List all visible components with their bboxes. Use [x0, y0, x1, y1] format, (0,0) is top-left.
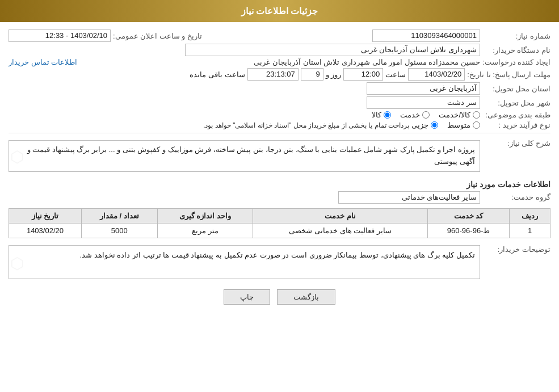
col-radif: ردیف: [510, 208, 550, 223]
radio-kala-khadamat[interactable]: کالا/خدمت: [439, 111, 480, 119]
shomara-niaz-label: شماره نیاز:: [482, 32, 550, 40]
row-gorooh: گروه خدمت: سایر فعالیت‌های خدماتی: [9, 191, 550, 204]
cell-date: 1403/02/20: [9, 223, 82, 238]
radio-kala-khadamat-input[interactable]: [473, 111, 480, 119]
content-area: شماره نیاز: 1103093464000001 تاریخ و ساع…: [0, 22, 559, 315]
mohlat-remaining-label: ساعت باقی مانده: [190, 70, 245, 79]
row-tabaqebandi: طبقه بندی موضوعی: کالا/خدمت خدمت کالا: [9, 111, 550, 119]
services-table: ردیف کد خدمت نام خدمت واحد اندازه گیری ت…: [9, 208, 550, 238]
col-date: تاریخ نیاز: [9, 208, 82, 223]
tosif-label: توضیحات خریدار:: [482, 243, 550, 254]
cell-quantity: 5000: [81, 223, 157, 238]
print-button[interactable]: چاپ: [224, 289, 270, 305]
mohlat-remaining: 23:13:07: [247, 68, 299, 81]
mohlat-saat: 12:00: [343, 68, 383, 81]
row-ostan: استان محل تحویل: آذربایجان غربی: [9, 82, 550, 95]
watermark2: ⬡: [10, 250, 24, 277]
mohlat-rooz: 9: [301, 68, 323, 81]
radio-kala[interactable]: کالا: [372, 111, 391, 119]
row-shahr: شهر محل تحویل: سر دشت: [9, 96, 550, 109]
table-row: 1 ط-96-96-960 سایر فعالیت های خدماتی شخص…: [9, 223, 550, 238]
shomara-niaz-value: 1103093464000001: [372, 29, 480, 42]
button-row: بازگشت چاپ: [9, 289, 550, 305]
nooe-farayand-label: نوع فرآیند خرید :: [482, 121, 550, 129]
row-sharh: شرح کلی نیاز: پروژه اجرا و تکمیل پارک شه…: [9, 137, 550, 175]
ostan-value: آذربایجان غربی: [367, 82, 480, 95]
row-tosif: توضیحات خریدار: تکمیل کلیه برگ های پیشنه…: [9, 243, 550, 281]
mohlat-saat-label: ساعت: [385, 70, 406, 79]
radio-khadamat-input[interactable]: [422, 111, 430, 119]
ijad-konande-value: حسین محمدزاده مسئول امور مالی شهرداری تل…: [79, 58, 480, 66]
gorooh-value: سایر فعالیت‌های خدماتی: [338, 191, 480, 204]
tabaqebandi-radio-group: کالا/خدمت خدمت کالا: [372, 111, 480, 119]
nooe-farayand-desc: پرداخت تمام یا بخشی از مبلغ خریداز محل "…: [203, 121, 409, 129]
radio-khadamat[interactable]: خدمت: [400, 111, 430, 119]
sharh-value: پروژه اجرا و تکمیل پارک شهر شامل عملیات …: [27, 145, 475, 166]
ettelaat-link[interactable]: اطلاعات تماس خریدار: [9, 58, 77, 66]
watermark: ⬡: [10, 145, 24, 170]
nam-dastgah-value: شهرداری تلاش استان آذربایجان غربی: [185, 44, 480, 56]
radio-kala-khadamat-label: کالا/خدمت: [439, 111, 470, 119]
page-title: جزئیات اطلاعات نیاز: [241, 6, 318, 16]
radio-kala-input[interactable]: [384, 111, 391, 119]
nooe-farayand-radio-group: متوسط جزیی: [411, 121, 480, 129]
cell-unit: متر مربع: [157, 223, 253, 238]
row-ijad-konande: ایجاد کننده درخواست: حسین محمدزاده مسئول…: [9, 58, 550, 66]
ijad-konande-label: ایجاد کننده درخواست:: [482, 58, 550, 66]
shahr-label: شهر محل تحویل:: [482, 99, 550, 107]
tarikh-sanat-value: 1403/02/10 - 12:33: [9, 29, 111, 42]
tosif-value: تکمیل کلیه برگ های پیشنهادی، توسط بیمانک…: [80, 251, 475, 259]
tabaqebandi-label: طبقه بندی موضوعی:: [482, 111, 550, 119]
cell-name: سایر فعالیت های خدماتی شخصی: [253, 223, 428, 238]
shahr-value: سر دشت: [367, 96, 480, 109]
row-nam-dastgah: نام دستگاه خریدار: شهرداری تلاش استان آذ…: [9, 44, 550, 56]
radio-jozii[interactable]: جزیی: [411, 121, 438, 129]
page-header: جزئیات اطلاعات نیاز: [0, 0, 559, 22]
radio-motovaset-label: متوسط: [447, 121, 470, 129]
radio-jozii-input[interactable]: [431, 121, 438, 129]
ostan-label: استان محل تحویل:: [482, 85, 550, 93]
sharh-box: پروژه اجرا و تکمیل پارک شهر شامل عملیات …: [9, 140, 480, 172]
col-code: کد خدمت: [427, 208, 509, 223]
tosif-box: تکمیل کلیه برگ های پیشنهادی، توسط بیمانک…: [9, 245, 480, 279]
back-button[interactable]: بازگشت: [277, 289, 335, 305]
tarikh-sanat-label: تاریخ و ساعت اعلان عمومی:: [113, 32, 202, 40]
row-nooe-farayand: نوع فرآیند خرید : متوسط جزیی پرداخت تمام…: [9, 121, 550, 129]
cell-radif: 1: [510, 223, 550, 238]
radio-kala-label: کالا: [372, 111, 381, 119]
sharh-label: شرح کلی نیاز:: [482, 137, 550, 147]
row-shomara-tarikh: شماره نیاز: 1103093464000001 تاریخ و ساع…: [9, 29, 550, 42]
mohlat-date: 1403/02/20: [408, 68, 465, 81]
radio-motovaset-input[interactable]: [473, 121, 480, 129]
gorooh-label: گروه خدمت:: [482, 193, 550, 201]
mohlat-label: مهلت ارسال پاسخ: تا تاریخ:: [467, 70, 550, 79]
nam-dastgah-label: نام دستگاه خریدار:: [482, 46, 550, 54]
col-name: نام خدمت: [253, 208, 428, 223]
radio-khadamat-label: خدمت: [400, 111, 420, 119]
mohlat-rooz-label: روز و: [326, 70, 342, 79]
radio-motovaset[interactable]: متوسط: [447, 121, 480, 129]
cell-code: ط-96-96-960: [427, 223, 509, 238]
row-mohlat: مهلت ارسال پاسخ: تا تاریخ: 1403/02/20 سا…: [9, 68, 550, 81]
col-quantity: تعداد / مقدار: [81, 208, 157, 223]
radio-jozii-label: جزیی: [411, 121, 428, 129]
page-wrapper: جزئیات اطلاعات نیاز شماره نیاز: 11030934…: [0, 0, 559, 392]
col-unit: واحد اندازه گیری: [157, 208, 253, 223]
ettelaat-khadamat-title: اطلاعات خدمات مورد نیاز: [9, 180, 550, 189]
